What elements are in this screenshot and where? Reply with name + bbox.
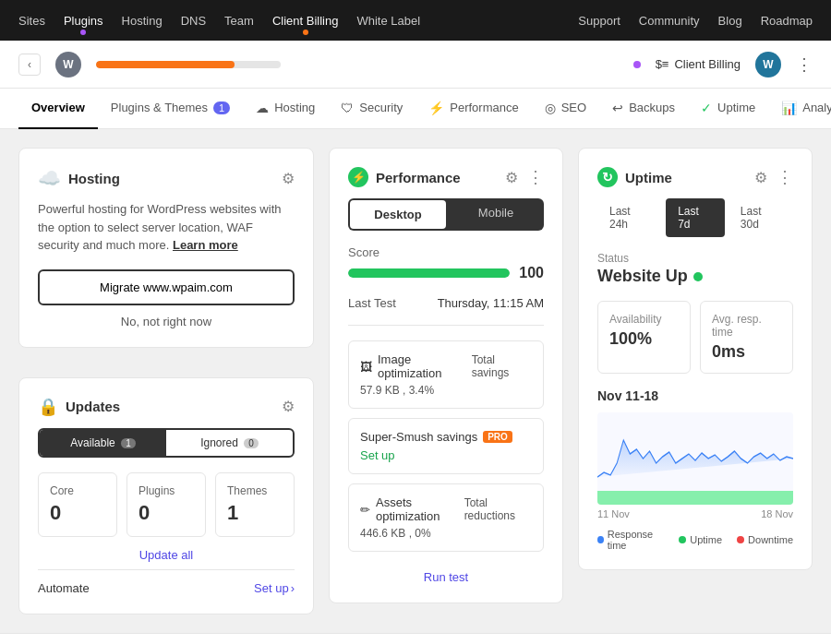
- last-test-value: Thursday, 11:15 AM: [438, 296, 544, 310]
- score-section: Score 100: [348, 245, 544, 281]
- plugins-dot: [80, 30, 86, 35]
- avg-resp-value: 0ms: [712, 342, 781, 362]
- performance-icon: ⚡: [428, 101, 444, 115]
- response-time-dot: [597, 536, 604, 543]
- uptime-gear-button[interactable]: ⚙: [754, 169, 767, 186]
- tab-performance[interactable]: ⚡ Performance: [416, 89, 531, 129]
- chevron-right-icon: ›: [291, 581, 295, 595]
- uptime-chart: [597, 412, 793, 505]
- client-billing-label: Client Billing: [674, 57, 741, 71]
- tab-backups[interactable]: ↩ Backups: [599, 89, 688, 129]
- uptime-tab-7d[interactable]: Last 7d: [666, 198, 725, 237]
- backups-icon: ↩: [612, 101, 623, 115]
- performance-more-button[interactable]: ⋮: [527, 167, 544, 187]
- client-billing-dot: [303, 30, 308, 35]
- back-button[interactable]: ‹: [18, 54, 41, 76]
- no-thanks-label[interactable]: No, not right now: [38, 315, 295, 328]
- chart-date-start: 11 Nov: [597, 508, 630, 519]
- assets-savings-label: Total reductions: [464, 496, 532, 522]
- hosting-card-header: ☁️ Hosting ⚙: [38, 167, 295, 189]
- score-bar-fill: [348, 268, 510, 278]
- status-green-dot: [693, 272, 703, 281]
- uptime-tab-30d[interactable]: Last 30d: [729, 198, 793, 237]
- nav-team[interactable]: Team: [224, 10, 254, 31]
- last-test-row: Last Test Thursday, 11:15 AM: [348, 296, 544, 326]
- available-count: 1: [121, 438, 136, 448]
- update-all-button[interactable]: Update all: [38, 548, 295, 562]
- hosting-card-title: ☁️ Hosting: [38, 167, 120, 189]
- wordpress-icon[interactable]: W: [755, 52, 781, 78]
- automate-row: Automate Set up ›: [38, 569, 295, 595]
- smush-setup-link[interactable]: Set up: [360, 448, 395, 462]
- nav-white-label[interactable]: White Label: [356, 10, 420, 31]
- nav-roadmap[interactable]: Roadmap: [761, 10, 813, 31]
- assets-icon: ✏: [360, 503, 370, 517]
- status-label: Status: [597, 252, 793, 265]
- client-billing-button[interactable]: $≡ Client Billing: [656, 57, 741, 71]
- tab-overview[interactable]: Overview: [18, 89, 98, 129]
- updates-tab-ignored[interactable]: Ignored 0: [166, 430, 293, 456]
- nav-client-billing[interactable]: Client Billing: [272, 10, 339, 31]
- ignored-count: 0: [244, 438, 259, 448]
- perf-tab-desktop[interactable]: Desktop: [350, 200, 446, 229]
- seo-icon: ◎: [545, 101, 556, 115]
- score-label: Score: [348, 245, 544, 259]
- uptime-more-button[interactable]: ⋮: [777, 167, 793, 187]
- nav-hosting[interactable]: Hosting: [122, 10, 163, 31]
- themes-label: Themes: [227, 484, 283, 497]
- learn-more-link[interactable]: Learn more: [173, 238, 238, 252]
- availability-label: Availability: [609, 313, 679, 326]
- chart-legend: Response time Uptime Downtime: [597, 529, 793, 551]
- perf-tab-mobile[interactable]: Mobile: [448, 198, 544, 231]
- uptime-dot: [679, 536, 686, 543]
- nav-plugins[interactable]: Plugins: [64, 10, 103, 31]
- tab-plugins-themes[interactable]: Plugins & Themes 1: [98, 89, 243, 129]
- tab-analytics[interactable]: 📊 Analytics: [768, 89, 831, 129]
- nav-support[interactable]: Support: [578, 10, 620, 31]
- nav-blog[interactable]: Blog: [718, 10, 742, 31]
- main-content: ☁️ Hosting ⚙ Powerful hosting for WordPr…: [0, 129, 831, 633]
- run-test-button[interactable]: Run test: [348, 561, 544, 584]
- nav-dns[interactable]: DNS: [181, 10, 206, 31]
- hosting-gear-button[interactable]: ⚙: [282, 170, 295, 187]
- score-bar-wrap: 100: [348, 265, 544, 281]
- score-value: 100: [519, 265, 544, 281]
- performance-gear-button[interactable]: ⚙: [505, 169, 518, 186]
- tab-hosting[interactable]: ☁ Hosting: [243, 89, 328, 129]
- updates-card: 🔒 Updates ⚙ Available 1 Ignored 0 Core: [18, 377, 314, 614]
- updates-tab-available[interactable]: Available 1: [40, 430, 166, 456]
- update-themes: Themes 1: [215, 472, 295, 537]
- nav-community[interactable]: Community: [639, 10, 700, 31]
- uptime-tab-24h[interactable]: Last 24h: [597, 198, 662, 237]
- automate-setup-link[interactable]: Set up ›: [254, 581, 295, 595]
- migrate-button[interactable]: Migrate www.wpaim.com: [38, 269, 295, 305]
- nav-sites[interactable]: Sites: [18, 10, 45, 31]
- tab-seo[interactable]: ◎ SEO: [532, 89, 599, 129]
- assets-opt-header: ✏ Assets optimization Total reductions: [360, 495, 532, 523]
- uptime-check-icon: ↻: [597, 167, 618, 187]
- plugins-value: 0: [138, 501, 194, 525]
- avg-resp-metric: Avg. resp. time 0ms: [700, 301, 793, 374]
- last-test-label: Last Test: [348, 296, 396, 310]
- chart-dates: 11 Nov 18 Nov: [597, 508, 793, 519]
- tab-security[interactable]: 🛡 Security: [328, 89, 416, 129]
- updates-gear-button[interactable]: ⚙: [282, 398, 295, 415]
- updates-lock-icon: 🔒: [38, 397, 58, 417]
- tab-uptime[interactable]: ✓ Uptime: [688, 89, 768, 129]
- chart-svg: [597, 412, 793, 505]
- update-core: Core 0: [38, 472, 117, 537]
- availability-value: 100%: [609, 329, 679, 349]
- core-label: Core: [50, 484, 105, 497]
- updates-tab-group: Available 1 Ignored 0: [38, 428, 295, 458]
- score-bar: [348, 268, 510, 278]
- updates-grid: Core 0 Plugins 0 Themes 1: [38, 472, 295, 537]
- more-options-button[interactable]: ⋮: [796, 54, 813, 75]
- top-nav: Sites Plugins Hosting DNS Team Client Bi…: [0, 0, 831, 41]
- themes-value: 1: [227, 501, 283, 525]
- sub-header: ‹ W $≡ Client Billing W ⋮: [0, 41, 831, 89]
- avg-resp-label: Avg. resp. time: [712, 313, 781, 339]
- performance-bolt-icon: ⚡: [348, 167, 368, 187]
- plugins-label: Plugins: [138, 484, 194, 497]
- super-smush-section: Super-Smush savings PRO Set up: [348, 418, 544, 474]
- uptime-tab-group: Last 24h Last 7d Last 30d: [597, 198, 793, 237]
